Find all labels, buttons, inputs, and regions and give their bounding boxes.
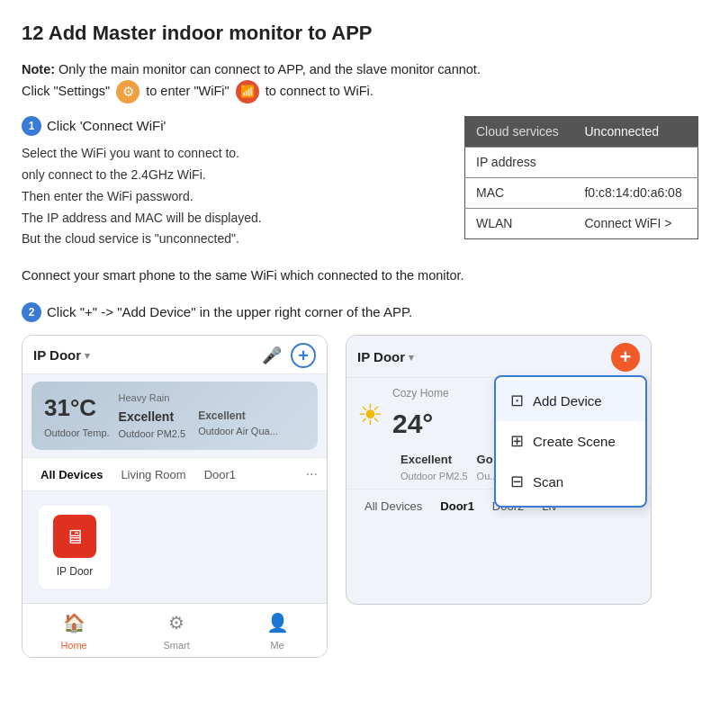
phone-left: IP Door ▾ 🎤 + 31°C Outdoor Temp. Heavy R…	[22, 335, 328, 658]
note-label: Note:	[22, 62, 55, 76]
temp-label: Outdoor Temp.	[44, 426, 110, 441]
add-device-label: Add Device	[533, 391, 602, 412]
wifi-row-mac: MAC f0:c8:14:d0:a6:08	[465, 177, 698, 208]
create-scene-icon: ⊞	[510, 429, 524, 454]
weather-detail: Heavy Rain Excellent Outdoor PM2.5 Excel…	[119, 391, 305, 441]
gear-icon: ⚙	[116, 80, 140, 103]
note-text4: to connect to WiFi.	[266, 84, 374, 98]
temp-value: 31°C	[44, 391, 110, 426]
nav-me[interactable]: 👤 Me	[266, 609, 289, 653]
page-title: 12 Add Master indoor monitor to APP	[22, 18, 698, 48]
wifi-row-wlan: WLAN Connect WiFI >	[465, 208, 698, 238]
phone-right-title: IP Door	[357, 347, 405, 368]
note-block: Note: Only the main monitor can connect …	[22, 60, 698, 103]
me-icon: 👤	[266, 609, 289, 636]
nav-me-label: Me	[270, 638, 284, 653]
plus-button-right[interactable]: +	[611, 343, 640, 372]
wifi-wlan-label: WLAN	[465, 208, 574, 238]
wifi-ip-label: IP address	[465, 147, 574, 177]
wifi-mac-value: f0:c8:14:d0:a6:08	[573, 177, 698, 208]
device-label: IP Door	[57, 563, 93, 580]
phones-row: IP Door ▾ 🎤 + 31°C Outdoor Temp. Heavy R…	[22, 335, 698, 658]
phone-right: IP Door ▾ + ☀ Cozy Home 24° Excellent Ou…	[346, 335, 652, 605]
devices-area: 🖥 IP Door	[22, 491, 327, 603]
wifi-icon: 📶	[236, 80, 259, 103]
nav-smart-label: Smart	[163, 638, 189, 653]
create-scene-label: Create Scene	[533, 432, 616, 453]
smart-icon: ⚙	[168, 609, 184, 636]
weather-widget: 31°C Outdoor Temp. Heavy Rain Excellent …	[32, 382, 318, 450]
phone-left-tabs: All Devices Living Room Door1 ···	[22, 457, 327, 491]
step1-desc: Select the WiFi you want to connect to. …	[22, 143, 437, 250]
step1-desc-1: Select the WiFi you want to connect to.	[22, 143, 437, 165]
rain-label: Heavy Rain	[119, 391, 305, 406]
phone-left-topbar: IP Door ▾ 🎤 +	[22, 336, 327, 374]
dropdown-menu: ⊡ Add Device ⊞ Create Scene ⊟ Scan	[494, 375, 647, 508]
phone-left-title: IP Door	[33, 346, 81, 366]
wifi-mac-label: MAC	[465, 177, 574, 208]
step2-title: Click "+" -> "Add Device" in the upper r…	[47, 302, 412, 323]
step1-desc-4: The IP address and MAC will be displayed…	[22, 208, 437, 229]
step1-desc-3: Then enter the WiFi password.	[22, 186, 437, 208]
nav-smart[interactable]: ⚙ Smart	[163, 609, 189, 653]
wifi-wlan-value: Connect WiFI >	[573, 208, 698, 238]
cozy-label: Cozy Home	[392, 385, 449, 401]
plus-button-left[interactable]: +	[291, 343, 316, 368]
nav-home-label: Home	[60, 638, 86, 653]
note-text3: to enter "WiFi"	[146, 84, 229, 98]
wifi-row-ip: IP address	[465, 147, 698, 177]
tab-right-door1[interactable]: Door1	[431, 496, 483, 517]
scan-label: Scan	[533, 472, 563, 493]
tab-all-devices[interactable]: All Devices	[32, 464, 112, 486]
wifi-table-header: Cloud services Unconnected	[465, 116, 698, 147]
device-card-ipdoor[interactable]: 🖥 IP Door	[39, 506, 111, 589]
note-text: Only the main monitor can connect to APP…	[58, 62, 481, 76]
pm25-label: Outdoor PM2.5	[119, 427, 186, 442]
dropdown-add-device[interactable]: ⊡ Add Device	[496, 381, 645, 421]
bottom-nav: 🏠 Home ⚙ Smart 👤 Me	[22, 603, 327, 657]
note-text2: Click "Settings"	[22, 84, 110, 98]
quality-row: Excellent Outdoor PM2.5 Excellent Outdoo…	[119, 408, 305, 442]
step2-title-line: 2 Click "+" -> "Add Device" in the upper…	[22, 302, 698, 323]
temp-col: 31°C Outdoor Temp.	[44, 391, 110, 441]
wifi-info-table: Cloud services Unconnected IP address MA…	[464, 116, 698, 239]
phone-right-topbar: IP Door ▾ +	[346, 336, 651, 378]
pm25-right-label: Outdoor PM2.5	[400, 469, 468, 484]
tab-door1[interactable]: Door1	[195, 464, 245, 486]
chevron-down-icon-right: ▾	[409, 350, 414, 365]
wifi-ip-value	[573, 147, 698, 177]
chevron-down-icon: ▾	[85, 348, 90, 364]
nav-home[interactable]: 🏠 Home	[60, 609, 86, 653]
step1-content: 1 Click 'Connect WiFi' Select the WiFi y…	[22, 116, 437, 250]
step1-desc-5: But the cloud service is "unconnected".	[22, 229, 437, 250]
cozy-temp: 24°	[392, 409, 433, 438]
air-label: Outdoor Air Qua...	[198, 424, 278, 439]
step1-title: Click 'Connect WiFi'	[47, 116, 166, 137]
sun-icon: ☀	[357, 393, 383, 436]
tab-living-room[interactable]: Living Room	[112, 464, 194, 486]
scan-icon: ⊟	[510, 470, 524, 494]
dropdown-create-scene[interactable]: ⊞ Create Scene	[496, 421, 645, 462]
phone-left-icons: 🎤 +	[262, 343, 316, 368]
phone-right-title-area: IP Door ▾	[357, 347, 414, 368]
mic-icon: 🎤	[262, 344, 282, 368]
step1-title-line: 1 Click 'Connect WiFi'	[22, 116, 437, 137]
tab-more-icon[interactable]: ···	[306, 463, 318, 485]
step1-badge: 1	[22, 116, 41, 136]
wifi-info-table-wrapper: Cloud services Unconnected IP address MA…	[464, 116, 698, 239]
wifi-header-col2: Unconnected	[573, 116, 698, 147]
wifi-header-col1: Cloud services	[465, 116, 574, 147]
excellent2-val: Excellent	[198, 408, 278, 424]
device-icon: 🖥	[53, 515, 96, 558]
tab-right-all[interactable]: All Devices	[356, 496, 431, 517]
phone-left-title-area: IP Door ▾	[33, 346, 90, 366]
excellent-right: Excellent	[400, 451, 468, 469]
home-icon: 🏠	[63, 609, 86, 636]
connect-note: Connect your smart phone to the same WiF…	[22, 266, 698, 286]
step1-row: 1 Click 'Connect WiFi' Select the WiFi y…	[22, 116, 698, 250]
dropdown-scan[interactable]: ⊟ Scan	[496, 462, 645, 502]
cozy-temp-col: Cozy Home 24°	[392, 385, 449, 444]
excellent1-val: Excellent	[119, 408, 186, 427]
pm25-col: Excellent Outdoor PM2.5	[119, 408, 186, 442]
step2-badge: 2	[22, 302, 41, 322]
